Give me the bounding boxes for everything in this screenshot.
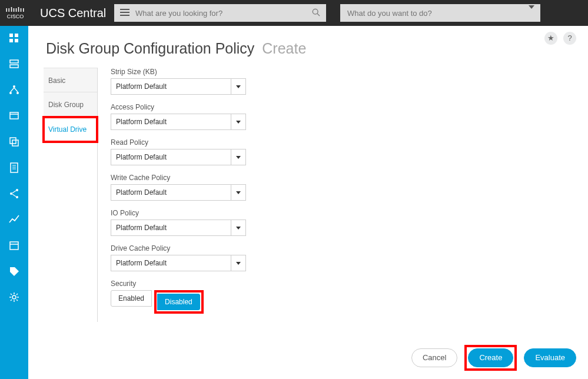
- svg-point-0: [313, 9, 318, 14]
- field-read-policy: Read Policy Platform Default: [111, 138, 246, 165]
- field-drive-cache-policy: Drive Cache Policy Platform Default: [111, 244, 246, 271]
- svg-point-20: [10, 192, 12, 195]
- field-access-policy: Access Policy Platform Default: [111, 103, 246, 130]
- svg-rect-22: [10, 242, 18, 250]
- graph-icon[interactable]: [9, 214, 19, 225]
- svg-rect-13: [10, 138, 16, 144]
- field-io-policy: IO Policy Platform Default: [111, 209, 246, 236]
- left-nav: [0, 26, 28, 379]
- highlight-box: Create: [464, 345, 517, 371]
- select-write-cache[interactable]: Platform Default: [111, 184, 246, 201]
- chevron-down-icon: [231, 149, 245, 165]
- tab-basic[interactable]: Basic: [44, 68, 97, 92]
- svg-rect-5: [15, 39, 18, 42]
- select-drive-cache-value: Platform Default: [111, 255, 231, 271]
- side-tabs: Basic Disk Group Virtual Drive: [44, 68, 98, 322]
- tab-virtual-drive[interactable]: Virtual Drive: [44, 117, 97, 142]
- select-strip-size-value: Platform Default: [111, 79, 231, 94]
- page-title-text: Disk Group Configuration Policy: [46, 40, 254, 56]
- svg-rect-7: [10, 65, 18, 68]
- svg-rect-6: [10, 60, 18, 63]
- svg-line-1: [317, 14, 320, 16]
- calendar-icon[interactable]: [9, 240, 19, 251]
- svg-point-19: [16, 189, 18, 191]
- label-io-policy: IO Policy: [111, 209, 246, 217]
- svg-rect-15: [11, 163, 18, 172]
- clone-icon[interactable]: [9, 137, 19, 147]
- highlight-box: Disabled: [154, 290, 204, 314]
- select-access-policy[interactable]: Platform Default: [111, 114, 246, 130]
- chevron-down-icon: [231, 255, 245, 271]
- select-io-value: Platform Default: [111, 220, 231, 235]
- chevron-down-icon: [231, 114, 245, 129]
- svg-point-10: [16, 92, 19, 94]
- action-search-input[interactable]: [346, 8, 524, 18]
- tag-icon[interactable]: [9, 266, 19, 277]
- cisco-logo: ıılıılıı CISCO: [0, 6, 31, 19]
- svg-point-21: [16, 196, 18, 198]
- toggle-security: Enabled Disabled: [111, 290, 246, 314]
- field-write-cache-policy: Write Cache Policy Platform Default: [111, 174, 246, 201]
- select-write-cache-value: Platform Default: [111, 185, 231, 200]
- cancel-button[interactable]: Cancel: [411, 348, 457, 367]
- svg-rect-2: [9, 34, 13, 37]
- page-mode: Create: [262, 40, 306, 56]
- search-icon[interactable]: [312, 8, 320, 18]
- action-search[interactable]: [340, 4, 540, 22]
- chevron-down-icon: [231, 79, 245, 94]
- svg-rect-11: [10, 112, 18, 119]
- svg-point-24: [12, 295, 16, 299]
- content-area: ★ ? Disk Group Configuration Policy Crea…: [28, 26, 588, 379]
- chevron-down-icon: [231, 220, 245, 235]
- label-access-policy: Access Policy: [111, 103, 246, 111]
- global-search[interactable]: [114, 4, 326, 22]
- select-read-value: Platform Default: [111, 149, 231, 165]
- toggle-security-enabled[interactable]: Enabled: [111, 290, 152, 307]
- svg-point-9: [9, 92, 12, 94]
- create-button[interactable]: Create: [468, 348, 513, 367]
- label-read-policy: Read Policy: [111, 138, 246, 147]
- svg-rect-14: [12, 140, 18, 146]
- footer-buttons: Cancel Create Evaluate: [411, 345, 576, 371]
- topbar: ıılıılıı CISCO UCS Central: [0, 0, 588, 26]
- evaluate-button[interactable]: Evaluate: [524, 348, 576, 367]
- window-icon[interactable]: [9, 111, 19, 121]
- fields-column: Strip Size (KB) Platform Default Access …: [111, 68, 246, 322]
- tab-disk-group[interactable]: Disk Group: [44, 92, 97, 117]
- svg-rect-4: [9, 39, 13, 42]
- global-search-input[interactable]: [134, 8, 307, 18]
- help-badge[interactable]: ?: [563, 32, 576, 45]
- app-name: UCS Central: [40, 6, 105, 20]
- chevron-down-icon[interactable]: [529, 9, 534, 18]
- chevron-down-icon: [231, 185, 245, 200]
- label-drive-cache: Drive Cache Policy: [111, 244, 246, 252]
- gear-icon[interactable]: [9, 292, 19, 302]
- select-io-policy[interactable]: Platform Default: [111, 220, 246, 236]
- hamburger-icon[interactable]: [120, 8, 129, 18]
- select-read-policy[interactable]: Platform Default: [111, 149, 246, 165]
- svg-point-8: [13, 85, 15, 88]
- label-security: Security: [111, 280, 246, 288]
- select-drive-cache[interactable]: Platform Default: [111, 255, 246, 271]
- field-strip-size: Strip Size (KB) Platform Default: [111, 68, 246, 95]
- select-strip-size[interactable]: Platform Default: [111, 78, 246, 95]
- doc-icon[interactable]: [9, 162, 19, 173]
- share-icon[interactable]: [9, 188, 19, 199]
- field-security: Security Enabled Disabled: [111, 280, 246, 314]
- server-icon[interactable]: [9, 59, 19, 69]
- svg-rect-3: [15, 34, 18, 37]
- label-strip-size: Strip Size (KB): [111, 68, 246, 76]
- label-write-cache: Write Cache Policy: [111, 174, 246, 182]
- dashboard-icon[interactable]: [9, 33, 19, 44]
- select-access-value: Platform Default: [111, 114, 231, 129]
- toggle-security-disabled[interactable]: Disabled: [157, 294, 200, 310]
- page-title: Disk Group Configuration Policy Create: [46, 40, 573, 57]
- star-badge[interactable]: ★: [544, 32, 557, 45]
- topology-icon[interactable]: [9, 85, 19, 95]
